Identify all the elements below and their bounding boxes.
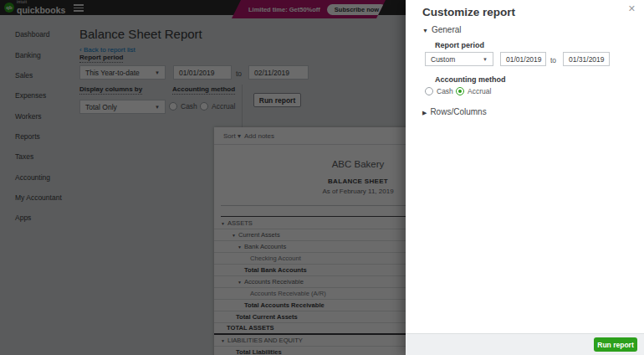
chevron-down-icon: ▼ [483, 57, 488, 62]
chevron-down-icon: ▼ [422, 28, 428, 33]
period-select[interactable]: Custom▼ [425, 52, 493, 66]
close-icon[interactable]: ✕ [628, 3, 636, 14]
report-period-label: Report period [435, 41, 484, 49]
to-label: to [550, 56, 556, 64]
accounting-method-label: Accounting method [435, 75, 506, 84]
chevron-right-icon: ▶ [422, 110, 427, 116]
general-section-toggle[interactable]: ▼General [422, 25, 462, 34]
rows-columns-section-toggle[interactable]: ▶Rows/Columns [422, 107, 487, 116]
end-date-input[interactable]: 01/31/2019 [563, 52, 610, 66]
cash-radio[interactable]: Cash [425, 87, 453, 95]
radio-selected-icon [456, 87, 464, 95]
app-window: qb intuit quickbooks Limited time: Get50… [0, 0, 644, 355]
panel-title: Customize report [422, 6, 515, 18]
panel-footer: Run report [406, 333, 644, 355]
accrual-radio[interactable]: Accrual [456, 87, 491, 95]
run-report-button[interactable]: Run report [594, 337, 637, 352]
modal-overlay[interactable] [0, 0, 406, 355]
customize-report-panel: Customize report ✕ ▼General Report perio… [406, 0, 644, 355]
start-date-input[interactable]: 01/01/2019 [500, 52, 546, 66]
radio-icon [425, 87, 433, 95]
